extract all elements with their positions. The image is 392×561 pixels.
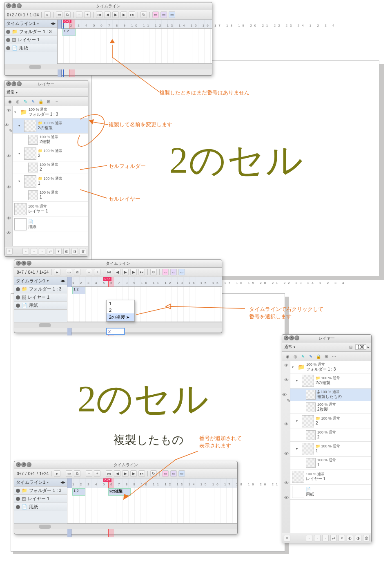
mask-icon[interactable]: ◐ xyxy=(347,535,353,541)
timeline-ruler[interactable]: 0+7 1 2 3 4 5 6 7 8 9 10 11 12 13 14 15 … xyxy=(67,277,222,287)
ctx-item-duplicate[interactable]: 2の複製 ➤ xyxy=(107,313,134,321)
timeline-grid[interactable]: 1 2 xyxy=(58,29,212,64)
more-icon[interactable]: ⋯ xyxy=(331,353,337,360)
close-icon[interactable]: ✕ xyxy=(11,81,16,86)
pen-blue-icon[interactable]: ✎ xyxy=(30,98,36,105)
prev-frame-icon[interactable]: ◀ xyxy=(114,470,120,477)
zoom-in-icon[interactable]: + xyxy=(94,470,100,477)
transfer-icon[interactable]: ⇄ xyxy=(330,535,337,541)
stack-icon[interactable]: ≡ xyxy=(6,248,13,255)
compare-icon[interactable]: ⧉ xyxy=(64,11,71,18)
first-frame-icon[interactable]: ⏮ xyxy=(106,470,112,477)
mask-icon[interactable]: ◐ xyxy=(63,248,70,255)
ctx-item-2[interactable]: 2 xyxy=(107,307,134,313)
palette-dark-icon[interactable]: ◉ xyxy=(284,353,291,360)
mask2-icon[interactable]: ◑ xyxy=(355,535,361,541)
panel-title[interactable]: ✕✕– レイヤー xyxy=(282,335,371,342)
new-group-icon[interactable]: ▫ xyxy=(39,248,45,255)
pen-blue-icon[interactable]: ✎ xyxy=(307,353,314,360)
layer-row-cel-folder[interactable]: ▾ 📁 100 % 通常2 xyxy=(290,414,371,429)
zoom-in-icon[interactable]: + xyxy=(94,269,100,275)
minimize-icon[interactable]: – xyxy=(27,261,31,266)
next-frame-icon[interactable]: ▶ xyxy=(130,269,137,275)
visibility-toggle[interactable]: 👁 xyxy=(4,185,13,199)
timeline-grid[interactable]: 1 2 xyxy=(67,287,222,322)
panel-title[interactable]: ✕✕– タイムライン xyxy=(14,461,237,469)
cel-blue-icon[interactable]: ▭ xyxy=(178,470,185,477)
close-icon[interactable]: ✕ xyxy=(11,3,16,8)
layer-row-folder[interactable]: ▾📁 100 % 通常フォルダー 1 : 3 xyxy=(290,361,371,373)
visibility-toggle[interactable]: 👁 xyxy=(4,230,13,245)
panel-title[interactable]: ✕ ✕ – タイムライン xyxy=(4,2,212,10)
opacity-value[interactable]: 100 xyxy=(355,344,366,350)
zoom-out-icon[interactable]: − xyxy=(76,11,82,18)
layer-row-cel-layer[interactable]: 100 % 通常1 xyxy=(13,189,88,202)
layer-row[interactable]: 100 % 通常レイヤー 1 xyxy=(13,202,88,217)
stack-icon[interactable]: ≡ xyxy=(284,535,290,541)
playhead-flag[interactable]: 0+7 xyxy=(103,277,111,281)
first-frame-icon[interactable]: ⏮ xyxy=(96,11,102,18)
layer-row-cel-folder[interactable]: ▾ 📁 100 % 通常1 xyxy=(13,174,88,189)
cel-purple-icon[interactable]: ▭ xyxy=(170,269,177,275)
more-icon[interactable]: ⋯ xyxy=(53,98,60,105)
visibility-toggle[interactable]: 👁 xyxy=(282,363,290,378)
pin-icon[interactable]: ✕ xyxy=(16,261,21,266)
track-folder[interactable]: 📁フォルダー 1 : 3 xyxy=(14,487,67,495)
palette-light-icon[interactable]: ◎ xyxy=(14,98,21,105)
cel-pink-icon[interactable]: ▭ xyxy=(162,470,169,477)
cel-blue-icon[interactable]: ▭ xyxy=(178,269,185,275)
layer-row-cel-folder[interactable]: ▾ 📁 100 % 通常2の複製 xyxy=(290,373,371,389)
last-frame-icon[interactable]: ⏭ xyxy=(138,269,145,275)
minimize-icon[interactable]: – xyxy=(27,462,31,467)
visibility-toggle[interactable]: 👁 xyxy=(282,422,290,436)
timeline-ruler[interactable]: 0+2 1 2 3 4 5 6 7 8 9 10 11 12 13 14 15 … xyxy=(58,20,212,29)
window-icon[interactable]: ▭ xyxy=(66,470,72,477)
minimize-icon[interactable]: – xyxy=(294,335,299,340)
close-icon[interactable]: ✕ xyxy=(21,261,26,266)
layer-row-cel-layer[interactable]: 100 % 通常2複製 xyxy=(13,134,88,146)
layer-row-cel-layer[interactable]: 100 % 通常1 xyxy=(290,457,371,469)
track-paper[interactable]: 📄用紙 xyxy=(14,503,67,511)
flag-icon[interactable]: ▸ xyxy=(54,269,60,275)
first-frame-icon[interactable]: ⏮ xyxy=(106,269,112,275)
cel-purple-icon[interactable]: ▭ xyxy=(170,470,177,477)
minimize-icon[interactable]: – xyxy=(17,81,22,86)
timeline-grid[interactable]: 1 2 2の複製 xyxy=(67,488,237,523)
merge-icon[interactable]: ▾ xyxy=(339,535,345,541)
cel-chip[interactable]: 1 2 xyxy=(62,29,76,36)
blend-mode-select[interactable]: 通常 xyxy=(7,89,15,95)
panel-title[interactable]: ✕ ✕ – レイヤー xyxy=(4,80,88,88)
cel-rename-input[interactable]: 2 xyxy=(106,328,125,335)
next-frame-icon[interactable]: ▶ xyxy=(130,470,137,477)
layer-row-cel-folder[interactable]: ▾ 📁 100 % 通常1 xyxy=(290,442,371,457)
visibility-toggle[interactable]: 👁✎ xyxy=(282,392,290,407)
layer-row-cel-layer[interactable]: 100 % 通常2複製 xyxy=(290,401,371,414)
visibility-toggle[interactable]: 👁 xyxy=(282,378,290,392)
visibility-toggle[interactable]: 👁 xyxy=(4,154,13,168)
layer-row-paper[interactable]: 📄用紙 xyxy=(290,485,371,500)
prev-frame-icon[interactable]: ◀ xyxy=(114,269,120,275)
loop-icon[interactable]: ↻ xyxy=(140,11,147,18)
prev-frame-icon[interactable]: ◀ xyxy=(104,11,111,18)
play-icon[interactable]: ▶ xyxy=(122,470,129,477)
pen-cyan-icon[interactable]: ✎ xyxy=(22,98,29,105)
cel-chip[interactable]: 1 2 xyxy=(72,287,85,294)
transfer-icon[interactable]: ⇄ xyxy=(47,248,53,255)
track-folder[interactable]: 📁フォルダー 1 : 3 xyxy=(14,285,67,293)
compare-icon[interactable]: ⧉ xyxy=(74,269,80,275)
cel-chip[interactable]: 1 2 xyxy=(72,488,85,496)
visibility-toggle[interactable]: 👁 xyxy=(4,216,13,230)
new-folder-icon[interactable]: ▫ xyxy=(31,248,37,255)
layer-row-folder[interactable]: ▾ 📁 100 % 通常フォルダー 1 : 3 xyxy=(13,106,88,118)
minimize-icon[interactable]: – xyxy=(17,3,22,8)
pin-icon[interactable]: ✕ xyxy=(284,335,289,340)
timeline-tab[interactable]: タイムライン1▾ ◀▶ xyxy=(4,20,57,28)
panel-title[interactable]: ✕✕– タイムライン xyxy=(14,260,222,268)
track-paper[interactable]: 📄用紙 xyxy=(14,302,67,310)
visibility-toggle[interactable]: 👁✎ xyxy=(4,123,13,137)
new-layer-icon[interactable]: ▫ xyxy=(306,535,312,541)
trash-icon[interactable]: 🗑 xyxy=(363,535,370,541)
flag-icon[interactable]: ▸ xyxy=(54,470,60,477)
cel-chip-duplicate[interactable]: 2の複製 xyxy=(108,488,131,496)
pin-icon[interactable]: ✕ xyxy=(6,3,11,8)
